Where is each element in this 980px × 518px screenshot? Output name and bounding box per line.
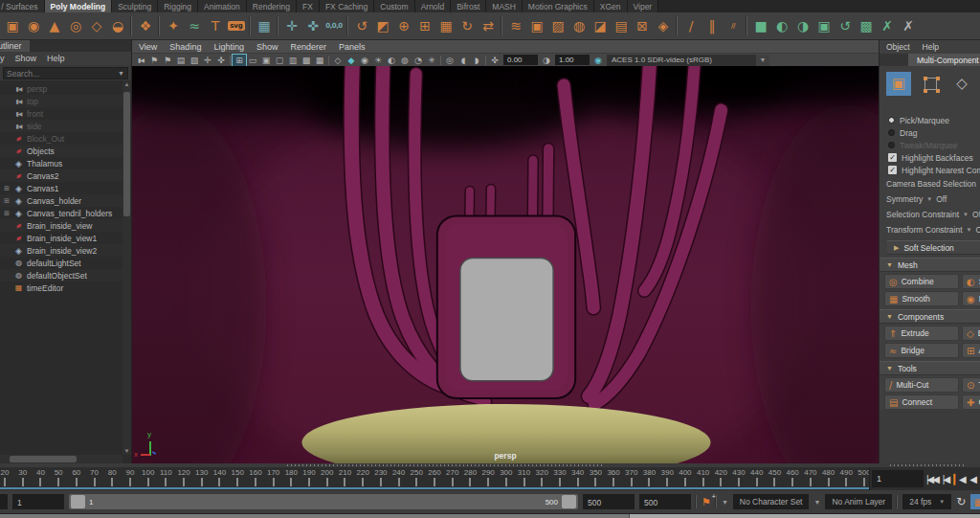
current-frame-field[interactable]: 1 bbox=[872, 470, 924, 487]
separate-icon[interactable]: ◩ bbox=[372, 14, 393, 37]
scroll-down-icon[interactable]: ▼ bbox=[123, 448, 130, 454]
bookmarks-icon[interactable]: ▤ bbox=[174, 55, 188, 66]
viewport-menu-panels[interactable]: Panels bbox=[339, 42, 366, 52]
poly-cone-icon[interactable]: ▲ bbox=[44, 14, 65, 37]
unfreeze-curve-icon[interactable]: ↺ bbox=[835, 14, 856, 37]
poly-cube-icon[interactable]: ▣ bbox=[2, 14, 23, 37]
bevel-icon[interactable]: ◪ bbox=[590, 14, 611, 37]
edge-mode-button[interactable]: ◇ bbox=[949, 72, 974, 96]
poly-text-icon[interactable]: T bbox=[205, 14, 226, 37]
fps-dropdown[interactable]: 24 fps ▼ bbox=[902, 494, 951, 509]
separate-button[interactable]: ◐Separate bbox=[962, 274, 980, 289]
isolate-select-icon[interactable]: ◎ bbox=[443, 55, 457, 66]
toolkit-menu-object[interactable]: Object bbox=[886, 42, 910, 52]
poly-plane-icon[interactable]: ◇ bbox=[86, 14, 107, 37]
outliner-item-canvas-tendril-holders[interactable]: ⊞◈Canvas_tendril_holders bbox=[0, 207, 131, 219]
outliner-menu-display[interactable]: Display bbox=[0, 54, 5, 63]
expand-toggle-icon[interactable]: ⊞ bbox=[3, 197, 11, 205]
toolkit-menu-help[interactable]: Help bbox=[923, 42, 939, 52]
quad-draw-icon[interactable]: ◐ bbox=[771, 14, 792, 37]
shelf-tab-bifrost[interactable]: Bifrost bbox=[451, 0, 486, 12]
scrollbar-thumb[interactable] bbox=[10, 456, 77, 462]
range-start-handle[interactable] bbox=[71, 495, 85, 508]
outliner-item-top[interactable]: ▮◀top bbox=[0, 95, 131, 107]
gamma-icon[interactable]: ◑ bbox=[540, 55, 553, 66]
viewport-menu-view[interactable]: View bbox=[139, 42, 157, 52]
expand-toggle-icon[interactable]: ⊞ bbox=[3, 210, 11, 217]
make-live-icon[interactable]: ■ bbox=[750, 14, 771, 37]
select-camera-icon[interactable]: ▮◀ bbox=[134, 55, 147, 66]
playback-loop-icon[interactable]: ↻ bbox=[956, 495, 966, 508]
shelf-tab-sculpting[interactable]: Sculpting bbox=[112, 0, 158, 12]
dropdown-camera-based-selection[interactable]: Camera Based Selection▼Off bbox=[880, 176, 980, 191]
radio-pick-marquee[interactable]: Pick/Marquee bbox=[880, 114, 980, 126]
outliner-item-side[interactable]: ▮◀side bbox=[0, 120, 131, 132]
viewport-menu-show[interactable]: Show bbox=[256, 42, 278, 52]
bevel-button[interactable]: ◇Bevel bbox=[962, 326, 980, 341]
outliner-menu-help[interactable]: Help bbox=[47, 54, 65, 63]
resolution-gate-icon[interactable]: ▣ bbox=[259, 55, 273, 66]
camera-attributes-icon[interactable]: ⚑ bbox=[161, 55, 174, 66]
reduce-icon[interactable]: ▨ bbox=[547, 14, 568, 37]
shelf-tab-fx-caching[interactable]: FX Caching bbox=[320, 0, 374, 12]
relax-brush-icon[interactable]: ◑ bbox=[792, 14, 813, 37]
freeze-mesh-icon[interactable]: ▣ bbox=[813, 14, 835, 37]
colorspace-dropdown[interactable]: ACES 1.0 SDR-video (sRGB) ▼ bbox=[607, 55, 769, 66]
viewport-menu-lighting[interactable]: Lighting bbox=[213, 42, 244, 52]
animation-end-field[interactable]: 500 bbox=[639, 494, 691, 509]
dropdown-transform-constraint[interactable]: Transform Constraint▼Off bbox=[880, 222, 980, 237]
radio-drag[interactable]: Drag bbox=[880, 126, 980, 139]
field-chart-icon[interactable]: ▥ bbox=[286, 55, 300, 66]
oversampling-icon[interactable]: ✜ bbox=[214, 55, 228, 66]
section-tools[interactable]: ▼Tools bbox=[880, 361, 980, 375]
target-weld-button[interactable]: ⊙Target Weld bbox=[962, 377, 980, 393]
outliner-item-front[interactable]: ▮◀front bbox=[0, 107, 131, 120]
delete-history-icon[interactable]: ✗ bbox=[898, 14, 919, 37]
gamma-field[interactable]: 1.00 bbox=[555, 55, 590, 65]
quad-draw-button[interactable]: ✚Quad Draw bbox=[962, 394, 980, 410]
fill-hole-icon[interactable]: ⊞ bbox=[414, 14, 435, 37]
radio-tweak-marquee[interactable]: Tweak/Marquee bbox=[880, 139, 980, 151]
search-filter-chevron-icon[interactable]: ▼ bbox=[118, 70, 124, 77]
safe-action-icon[interactable]: ▩ bbox=[300, 55, 313, 66]
boolean-icon[interactable]: ⊕ bbox=[393, 14, 414, 37]
animation-preferences-button[interactable]: ▦ bbox=[970, 494, 980, 509]
viewport-canvas[interactable]: persp y x bbox=[132, 66, 879, 463]
remesh-icon[interactable]: ◍ bbox=[568, 14, 590, 37]
multisample-aa-icon[interactable]: ✳ bbox=[425, 55, 438, 66]
playback-start-field[interactable]: 1 bbox=[12, 494, 64, 509]
origin-locator-icon[interactable]: 0,0,0 bbox=[323, 14, 345, 37]
add-divisions-button[interactable]: ⊞Add Divisions bbox=[962, 343, 980, 358]
smooth-cube-icon[interactable]: ▣ bbox=[526, 14, 547, 37]
exposure-icon[interactable]: ✜ bbox=[488, 55, 501, 66]
viewport-menu-shading[interactable]: Shading bbox=[169, 42, 201, 52]
exposure-field[interactable]: 0.00 bbox=[503, 55, 538, 65]
playback-end-field[interactable]: 500 bbox=[583, 494, 635, 509]
outliner-item-canvas2[interactable]: ▰Canvas2 bbox=[0, 169, 131, 182]
outliner-horizontal-scrollbar[interactable] bbox=[0, 455, 122, 463]
grid-toggle-icon[interactable]: ⊞ bbox=[233, 55, 246, 66]
checkbox-highlight-nearest-component[interactable]: ✓Highlight Nearest Component bbox=[880, 164, 980, 176]
outliner-menu-show[interactable]: Show bbox=[15, 54, 37, 63]
shelf-tab-rendering[interactable]: Rendering bbox=[247, 0, 297, 12]
shelf-tab-fx[interactable]: FX bbox=[297, 0, 320, 12]
shelf-tab-custom[interactable]: Custom bbox=[374, 0, 414, 12]
range-slider[interactable]: 1 500 bbox=[69, 494, 578, 509]
outliner-item-defaultobjectset[interactable]: ◍defaultObjectSet bbox=[0, 269, 131, 282]
shelf-tab-xgen[interactable]: XGen bbox=[594, 0, 628, 12]
outliner-item-persp[interactable]: ▮◀persp bbox=[0, 82, 131, 95]
scene-locator-icon[interactable]: ✛ bbox=[281, 14, 302, 37]
shelf-tab-motion-graphics[interactable]: Motion Graphics bbox=[523, 0, 594, 12]
multi-cut-button[interactable]: /Multi-Cut bbox=[884, 377, 959, 393]
chevron-down-icon[interactable]: ▼ bbox=[963, 212, 969, 217]
combine-icon[interactable]: ↺ bbox=[351, 14, 372, 37]
section-soft-selection[interactable]: ▶Soft Selection bbox=[887, 240, 980, 255]
shaded-mode-icon[interactable]: ◆ bbox=[345, 55, 358, 66]
xray-icon[interactable]: ◖ bbox=[457, 55, 470, 66]
mirror-icon[interactable]: ↻ bbox=[457, 14, 478, 37]
insert-edge-loop-icon[interactable]: ‖ bbox=[702, 14, 723, 37]
sweep-mesh-icon[interactable]: ≈ bbox=[184, 14, 205, 37]
checkbox-icon[interactable]: ✓ bbox=[888, 153, 897, 162]
outliner-item-defaultlightset[interactable]: ◍defaultLightSet bbox=[0, 257, 131, 269]
shelf-tab-viper[interactable]: Viper bbox=[628, 0, 659, 12]
